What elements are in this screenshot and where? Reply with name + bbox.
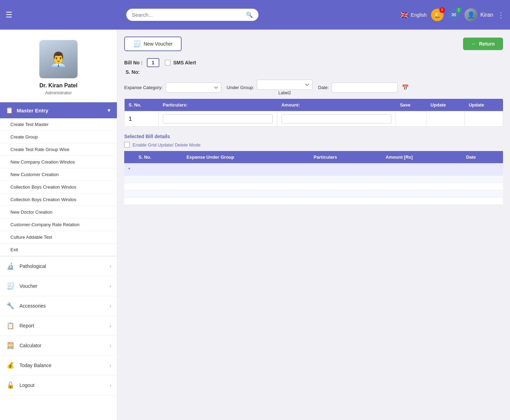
under-group-label: Under Group: [227, 85, 254, 90]
search-icon: 🔍 [246, 11, 253, 18]
expanse-category-group: Expanse Category: [124, 82, 221, 93]
particulars-input[interactable] [163, 114, 273, 124]
col-update2: Update [464, 99, 503, 111]
entry-table: S. No. Particulars: Amount: Save Update … [124, 99, 503, 127]
logout-label: Logout [19, 382, 34, 388]
search-input[interactable] [132, 12, 246, 18]
bill-table: S. No. Expanse Under Group Particulars A… [124, 151, 503, 205]
new-voucher-button[interactable]: 🧾 New Voucher [124, 37, 182, 51]
enable-grid-checkbox[interactable] [124, 142, 130, 148]
expanse-category-label: Expanse Category: [124, 85, 163, 90]
header: ☰ 🔍 🇬🇧 English 🔔 8 ✉ 2 👤 Kiran ⋮ [0, 0, 510, 30]
bill-row5-particulars [310, 198, 382, 205]
more-options-icon[interactable]: ⋮ [497, 11, 504, 19]
bill-row-expense-group [182, 163, 310, 176]
sidebar-item-exit[interactable]: Exit [0, 244, 117, 256]
date-input[interactable] [332, 82, 398, 93]
main-layout: 👨‍💼 Dr. Kiran Patel Administrator 📋 Mast… [0, 30, 510, 420]
sidebar-item-pathological[interactable]: 🔬 Pathological › [0, 256, 117, 276]
sidebar-item-collection-boys-2[interactable]: Collection Boys Creation Windos [0, 193, 117, 206]
sms-alert-row: SMS Alert [165, 60, 196, 65]
hamburger-icon[interactable]: ☰ [6, 10, 13, 19]
row-particulars[interactable] [159, 111, 277, 127]
bill-row3-amount [381, 183, 462, 190]
voucher-chevron: › [110, 283, 111, 289]
amount-input[interactable] [281, 114, 391, 124]
sidebar-item-report[interactable]: 📋 Report › [0, 316, 117, 336]
bill-no-label: Bill No : [124, 60, 143, 65]
sidebar-item-create-test-master[interactable]: Create Test Master [0, 118, 117, 131]
logout-chevron: › [110, 382, 111, 388]
master-entry-submenu: Create Test Master Create Group Create T… [0, 118, 117, 256]
notification-badge: 8 [439, 7, 445, 13]
calculator-icon: 🧮 [6, 341, 15, 350]
sidebar-item-culture[interactable]: Culture Addable Test [0, 231, 117, 244]
profile-avatar: 👨‍💼 [39, 40, 78, 78]
under-group-group: Under Group: Label2 [227, 80, 313, 95]
bill-row-date [462, 163, 503, 176]
bill-table-row-2 [124, 176, 503, 183]
pathological-chevron: › [110, 263, 111, 269]
row-sno: 1 [125, 111, 159, 127]
logout-left: 🔓 Logout [6, 380, 34, 390]
mail-badge: 2 [456, 7, 462, 13]
bill-row5-date [462, 198, 503, 205]
voucher-icon: 🧾 [6, 281, 15, 291]
col-update1: Update [427, 99, 465, 111]
voucher-btn-icon: 🧾 [133, 40, 141, 48]
calendar-icon[interactable]: 📅 [402, 84, 409, 91]
pathological-label: Pathological [19, 263, 46, 269]
sidebar-item-new-customer[interactable]: New Customer Creation [0, 168, 117, 181]
sidebar-item-logout[interactable]: 🔓 Logout › [0, 375, 117, 395]
sidebar-item-create-test-rate[interactable]: Create Test Rate Group Wise [0, 143, 117, 156]
master-entry-section[interactable]: 📋 Master Entry ▼ [0, 102, 117, 118]
bill-row-star: * [124, 163, 134, 176]
row-amount[interactable] [277, 111, 396, 127]
bill-row4-amount [381, 190, 462, 198]
search-bar: 🔍 [126, 9, 258, 21]
sidebar-item-customer-company[interactable]: Customer-Company Rate Relation [0, 219, 117, 231]
master-entry-icon: 📋 [6, 106, 13, 114]
return-button[interactable]: ← Return [463, 38, 503, 50]
bill-row4-sno [134, 190, 182, 198]
sidebar-item-new-company[interactable]: New Company Creation Windos [0, 156, 117, 168]
bill-col-sno: S. No. [134, 151, 182, 163]
voucher-left: 🧾 Voucher [6, 281, 37, 291]
under-group-select[interactable] [257, 80, 312, 90]
sidebar-item-accessories[interactable]: 🔧 Accessories › [0, 296, 117, 316]
master-entry-label: Master Entry [17, 108, 48, 113]
sidebar-item-create-group[interactable]: Create Group [0, 131, 117, 143]
sms-alert-label: SMS Alert [173, 60, 196, 65]
new-voucher-label: New Voucher [144, 41, 173, 47]
language-selector[interactable]: 🇬🇧 English [400, 11, 427, 19]
col-sno: S. No. [125, 99, 159, 111]
sms-alert-checkbox[interactable] [165, 60, 170, 65]
bill-col-particulars: Particulars [310, 151, 382, 163]
date-group: Date: 📅 [318, 82, 409, 93]
sidebar-item-voucher[interactable]: 🧾 Voucher › [0, 276, 117, 296]
today-balance-chevron: › [110, 363, 111, 368]
sidebar-item-new-doctor[interactable]: New Doctor Creation [0, 206, 117, 219]
row-update1 [427, 111, 465, 127]
voucher-label: Voucher [19, 283, 37, 289]
bill-row4-star [124, 190, 134, 198]
bill-row2-expense-group [182, 176, 310, 183]
logout-icon: 🔓 [6, 380, 15, 390]
pathological-icon: 🔬 [6, 261, 15, 271]
header-actions: 🇬🇧 English 🔔 8 ✉ 2 👤 Kiran ⋮ [400, 8, 504, 22]
enable-grid-row: Enable Grid Update/ Delete Mode [124, 142, 503, 148]
bill-row5-expense-group [182, 198, 310, 205]
form-row: Expanse Category: Under Group: Label2 Da… [124, 80, 503, 95]
bill-col-amount: Amount [Rs] [381, 151, 462, 163]
sidebar-item-collection-boys-1[interactable]: Collection Boys Creation Windos [0, 181, 117, 193]
sidebar-item-calculator[interactable]: 🧮 Calculator › [0, 336, 117, 356]
expanse-category-select[interactable] [166, 82, 221, 93]
notification-button[interactable]: 🔔 8 [431, 9, 444, 21]
bill-col-star [124, 151, 134, 163]
sidebar-item-today-balance[interactable]: 💰 Today Balance › [0, 356, 117, 375]
bill-row2-particulars [310, 176, 382, 183]
mail-button[interactable]: ✉ 2 [448, 9, 460, 21]
bill-details-section: Selected Bill details Enable Grid Update… [124, 134, 503, 205]
calculator-label: Calculator [19, 343, 41, 348]
row-update2 [464, 111, 503, 127]
